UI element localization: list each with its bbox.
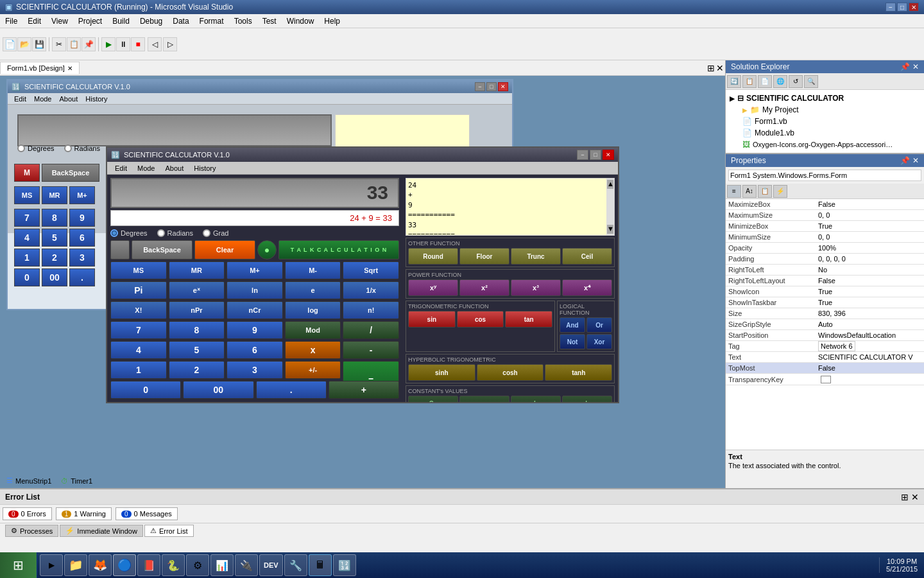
- menu-format[interactable]: Format: [194, 15, 229, 27]
- trunc-button[interactable]: Trunc: [511, 248, 561, 265]
- div-button[interactable]: /: [343, 321, 399, 339]
- menu-tools[interactable]: Tools: [229, 15, 257, 27]
- toolbar-pause[interactable]: ⏸: [116, 37, 130, 51]
- taskbar-pdf-btn[interactable]: 📕: [137, 554, 160, 576]
- form1-design-tab[interactable]: Form1.vb [Design] ✕: [0, 62, 80, 74]
- form1-menu-edit[interactable]: Edit: [10, 94, 30, 103]
- se-showfiles-btn[interactable]: 📄: [758, 75, 772, 88]
- se-solution[interactable]: ▶ ⊟ SCIENTIFIC CALCULATOR: [728, 92, 921, 104]
- mod-button[interactable]: Mod: [285, 321, 341, 339]
- pi-button[interactable]: Pi: [110, 281, 167, 299]
- doublezero-button[interactable]: 00: [183, 381, 253, 399]
- ni-button[interactable]: n!: [343, 301, 399, 319]
- error-close-icon[interactable]: ✕: [911, 492, 919, 502]
- taskbar-chart-btn[interactable]: 📊: [210, 554, 234, 576]
- prop-value[interactable]: SCIENTIFIC CALCULATOR V: [816, 352, 924, 363]
- taskbar-browser-btn[interactable]: 🦊: [89, 554, 112, 576]
- zero-button[interactable]: 0: [110, 381, 181, 399]
- prop-categorized-btn[interactable]: ≡: [727, 185, 741, 198]
- se-module1[interactable]: 📄 Module1.vb: [741, 127, 921, 139]
- ncr-button[interactable]: nCr: [227, 301, 283, 319]
- prop-value[interactable]: False: [816, 199, 924, 210]
- toolbar-open[interactable]: 📂: [17, 37, 31, 51]
- toolbar-new[interactable]: 📄: [3, 37, 17, 51]
- or-button[interactable]: Or: [586, 317, 612, 333]
- cosh-button[interactable]: cosh: [477, 364, 544, 381]
- prop-value[interactable]: 100%: [816, 243, 924, 254]
- menu-help[interactable]: Help: [319, 15, 345, 27]
- taskbar-plug-btn[interactable]: 🔌: [235, 554, 258, 576]
- taskbar-python-btn[interactable]: 🐍: [162, 554, 185, 576]
- calc-run-close[interactable]: ✕: [603, 150, 614, 160]
- prop-value[interactable]: No: [816, 265, 924, 276]
- calc-menu-mode[interactable]: Mode: [132, 164, 160, 173]
- nine-button[interactable]: 9: [227, 321, 283, 339]
- ceil-button[interactable]: Ceil: [562, 248, 612, 265]
- prop-value[interactable]: 0, 0: [816, 210, 924, 221]
- yellow-scrollbar[interactable]: ▲ ▼: [606, 179, 614, 235]
- six-button[interactable]: 6: [227, 341, 283, 359]
- backspace-btn-bg[interactable]: BackSpace: [42, 164, 99, 182]
- calc-menu-about[interactable]: About: [160, 164, 189, 173]
- se-close[interactable]: ✕: [912, 62, 919, 71]
- taskbar-vs-btn[interactable]: 🔵: [113, 554, 136, 576]
- xor-button[interactable]: Xor: [586, 334, 612, 349]
- prop-value[interactable]: False: [816, 276, 924, 286]
- taskbar-tool2-btn[interactable]: 🔧: [284, 554, 307, 576]
- close-designer-icon[interactable]: ✕: [716, 63, 724, 73]
- toolbar-cut[interactable]: ✂: [52, 37, 66, 51]
- talk-button[interactable]: T A L K C A L C U L A T I O N: [278, 240, 399, 259]
- eight-button[interactable]: 8: [169, 321, 225, 339]
- close-tab-icon[interactable]: ✕: [67, 65, 73, 72]
- menu-data[interactable]: Data: [167, 15, 194, 27]
- MR-bg[interactable]: MR: [42, 186, 67, 204]
- calc-run-max[interactable]: □: [590, 150, 601, 160]
- immediate-subtab[interactable]: ⚡ Immediate Window: [60, 525, 143, 537]
- npr-button[interactable]: nPr: [169, 301, 225, 319]
- prop-object-dropdown[interactable]: Form1 System.Windows.Forms.Form: [728, 170, 921, 181]
- taskbar-media-btn[interactable]: ▶: [40, 554, 63, 576]
- toolbar-paste[interactable]: 📌: [81, 37, 96, 51]
- prop-proppage-btn[interactable]: 📋: [758, 185, 772, 198]
- scroll-down[interactable]: ▼: [607, 225, 613, 234]
- scroll-up[interactable]: ▲: [607, 180, 613, 189]
- backspace-button[interactable]: BackSpace: [132, 240, 193, 259]
- vs-minimize-btn[interactable]: −: [886, 3, 896, 12]
- se-refresh-btn[interactable]: ↺: [789, 75, 803, 88]
- k-button[interactable]: k: [562, 396, 612, 402]
- se-myproject[interactable]: ▶ 📁 My Project: [741, 104, 921, 116]
- plus-button[interactable]: +: [329, 381, 399, 399]
- one-button[interactable]: 1: [110, 361, 167, 379]
- decimal-button[interactable]: .: [256, 381, 327, 399]
- form1-menu-history[interactable]: History: [81, 94, 111, 103]
- toolbar-copy[interactable]: 📋: [67, 37, 81, 51]
- toolbar-nav-back[interactable]: ◁: [148, 37, 162, 51]
- errors-tab[interactable]: 0 0 Errors: [3, 507, 52, 520]
- menu-window[interactable]: Window: [282, 15, 320, 27]
- g-button[interactable]: g: [459, 396, 509, 402]
- se-props-btn[interactable]: 📋: [742, 75, 757, 88]
- se-sync-btn[interactable]: 🔄: [727, 75, 741, 88]
- taskbar-tool1-btn[interactable]: ⚙: [186, 554, 209, 576]
- prop-events-btn[interactable]: ⚡: [773, 185, 787, 198]
- floor-button[interactable]: Floor: [459, 248, 509, 265]
- warnings-tab[interactable]: 1 1 Warning: [56, 507, 112, 520]
- xy-button[interactable]: xʸ: [408, 279, 458, 296]
- prop-value[interactable]: Network 6: [816, 341, 924, 352]
- radio-grad[interactable]: Grad: [203, 229, 228, 237]
- se-pin[interactable]: 📌: [900, 62, 910, 71]
- form1-menu-mode[interactable]: Mode: [30, 94, 56, 103]
- float-icon[interactable]: ⊞: [707, 63, 715, 73]
- taskbar-dev-btn[interactable]: DEV: [259, 554, 283, 576]
- form1-min[interactable]: −: [475, 82, 485, 91]
- three-button[interactable]: 3: [227, 361, 283, 379]
- menu-view[interactable]: View: [46, 15, 73, 27]
- log-button[interactable]: log: [285, 301, 341, 319]
- error-float-icon[interactable]: ⊞: [901, 492, 909, 502]
- tan-button[interactable]: tan: [505, 311, 552, 328]
- four-button[interactable]: 4: [110, 341, 167, 359]
- Mplus-bg[interactable]: M+: [69, 186, 95, 204]
- prop-value[interactable]: True: [816, 221, 924, 232]
- prop-alpha-btn[interactable]: A↕: [742, 185, 757, 198]
- MS-bg[interactable]: MS: [14, 186, 40, 204]
